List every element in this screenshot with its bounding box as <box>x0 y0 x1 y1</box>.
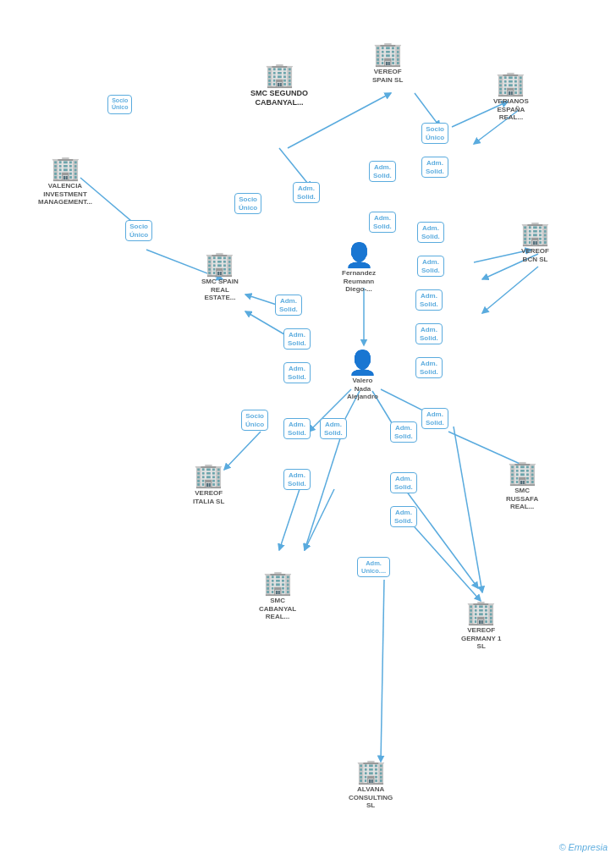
badge-adm-solid-17[interactable]: Adm.Solid. <box>283 469 311 490</box>
badge-socio-unico-2[interactable]: SocioÚnico <box>107 95 132 114</box>
building-red-icon: 🏢 <box>265 63 294 87</box>
node-label-verianos: VERIANOSESPAÑAREAL... <box>493 97 529 122</box>
building-icon: 🏢 <box>373 42 403 66</box>
badge-adm-solid-13[interactable]: Adm.Solid. <box>283 418 311 439</box>
building-icon: 🏢 <box>508 461 537 485</box>
badge-adm-solid-10[interactable]: Adm.Solid. <box>415 289 443 311</box>
node-label-smc-cabanyal: SMCCABANYALREAL... <box>259 597 296 621</box>
node-valencia-inv[interactable]: 🏢 VALENCIAINVESTMENTMANAGEMENT... <box>38 157 92 206</box>
badge-adm-solid-5[interactable]: Adm.Solid. <box>417 222 444 243</box>
badge-adm-solid-9[interactable]: Adm.Solid. <box>283 362 311 383</box>
node-label-vereof-bcn: VEREOFBCN SL <box>521 247 549 263</box>
node-label-smc-segundo: SMC SEGUNDO CABANYAL... <box>245 89 313 107</box>
node-label-vereof-spain: VEREOFSPAIN SL <box>372 68 403 84</box>
watermark: © Empresia <box>558 842 608 852</box>
node-smc-cabanyal[interactable]: 🏢 SMCCABANYALREAL... <box>259 571 296 621</box>
svg-line-24 <box>454 427 482 592</box>
svg-line-23 <box>305 436 341 550</box>
building-icon: 🏢 <box>496 72 525 96</box>
node-alvana-consulting[interactable]: 🏢 ALVANACONSULTINGSL <box>349 760 393 810</box>
svg-line-18 <box>305 489 334 550</box>
person-icon: 👤 <box>344 244 374 267</box>
badge-adm-solid-18[interactable]: Adm.Solid. <box>390 472 417 493</box>
badge-adm-solid-12[interactable]: Adm.Solid. <box>415 357 443 378</box>
node-label-vereof-italia: VEREOFITALIA SL <box>193 489 224 505</box>
badge-adm-solid-19[interactable]: Adm.Solid. <box>390 506 417 527</box>
badge-adm-solid-7[interactable]: Adm.Solid. <box>275 295 302 316</box>
badge-adm-solid-2[interactable]: Adm.Solid. <box>369 161 396 182</box>
svg-line-16 <box>224 432 261 470</box>
badge-adm-solid-1[interactable]: Adm.Solid. <box>293 182 320 203</box>
svg-line-21 <box>409 520 481 601</box>
node-vereof-spain[interactable]: 🏢 VEREOFSPAIN SL <box>372 42 403 84</box>
node-vereof-bcn[interactable]: 🏢 VEREOFBCN SL <box>520 222 550 263</box>
graph-container: 🏢 SMC SEGUNDO CABANYAL... 🏢 VALENCIAINVE… <box>0 0 616 859</box>
building-icon: 🏢 <box>520 222 550 245</box>
node-label-valencia: VALENCIAINVESTMENTMANAGEMENT... <box>38 182 92 206</box>
node-label-vereof-germany: VEREOFGERMANY 1SL <box>461 626 501 651</box>
svg-line-17 <box>279 487 300 550</box>
node-verianos[interactable]: 🏢 VERIANOSESPAÑAREAL... <box>493 72 529 122</box>
node-vereof-italia[interactable]: 🏢 VEREOFITALIA SL <box>193 464 224 505</box>
node-valero[interactable]: 👤 ValeroNadaAlejandro <box>347 351 378 401</box>
node-smc-russafa[interactable]: 🏢 SMCRUSSAFAREAL... <box>506 461 538 511</box>
svg-line-20 <box>406 491 478 588</box>
badge-adm-solid-14[interactable]: Adm.Solid. <box>320 418 347 439</box>
badge-socio-unico-1[interactable]: SocioÚnico <box>125 220 152 241</box>
node-smc-spain-real[interactable]: 🏢 SMC SPAINREALESTATE... <box>201 252 239 302</box>
node-fernandez[interactable]: 👤 FernandezReumannDiego-... <box>342 244 376 294</box>
badge-socio-unico-5[interactable]: SocioÚnico <box>241 410 268 431</box>
building-icon: 🏢 <box>194 464 223 487</box>
node-label-smc-russafa: SMCRUSSAFAREAL... <box>506 487 538 511</box>
badge-adm-solid-6[interactable]: Adm.Solid. <box>417 256 444 277</box>
node-smc-segundo[interactable]: 🏢 SMC SEGUNDO CABANYAL... <box>245 63 313 107</box>
badge-adm-solid-3[interactable]: Adm.Solid. <box>421 157 448 178</box>
badge-adm-solid-16[interactable]: Adm.Solid. <box>421 408 448 429</box>
svg-line-22 <box>381 580 384 762</box>
svg-line-5 <box>415 93 440 127</box>
building-icon: 🏢 <box>466 601 496 625</box>
building-icon: 🏢 <box>356 760 386 784</box>
svg-line-8 <box>482 267 538 313</box>
person-icon: 👤 <box>348 351 377 375</box>
building-icon: 🏢 <box>263 571 293 595</box>
badge-adm-unico[interactable]: Adm.Unico.... <box>357 557 390 577</box>
node-label-valero: ValeroNadaAlejandro <box>347 377 378 401</box>
badge-adm-solid-15[interactable]: Adm.Solid. <box>390 421 417 443</box>
badge-adm-solid-4[interactable]: Adm.Solid. <box>369 212 396 233</box>
node-label-alvana: ALVANACONSULTINGSL <box>349 785 393 810</box>
building-icon: 🏢 <box>51 157 80 180</box>
building-icon: 🏢 <box>205 252 234 276</box>
node-label-smc-spain-real: SMC SPAINREALESTATE... <box>201 278 239 302</box>
badge-adm-solid-8[interactable]: Adm.Solid. <box>283 328 311 350</box>
node-label-fernandez: FernandezReumannDiego-... <box>342 269 376 294</box>
badge-socio-unico-4[interactable]: SocioÚnico <box>421 123 448 144</box>
badge-adm-solid-11[interactable]: Adm.Solid. <box>415 323 443 344</box>
badge-socio-unico-3[interactable]: SocioÚnico <box>234 193 261 214</box>
node-vereof-germany[interactable]: 🏢 VEREOFGERMANY 1SL <box>461 601 501 651</box>
watermark-text: © Empresia <box>558 842 608 852</box>
